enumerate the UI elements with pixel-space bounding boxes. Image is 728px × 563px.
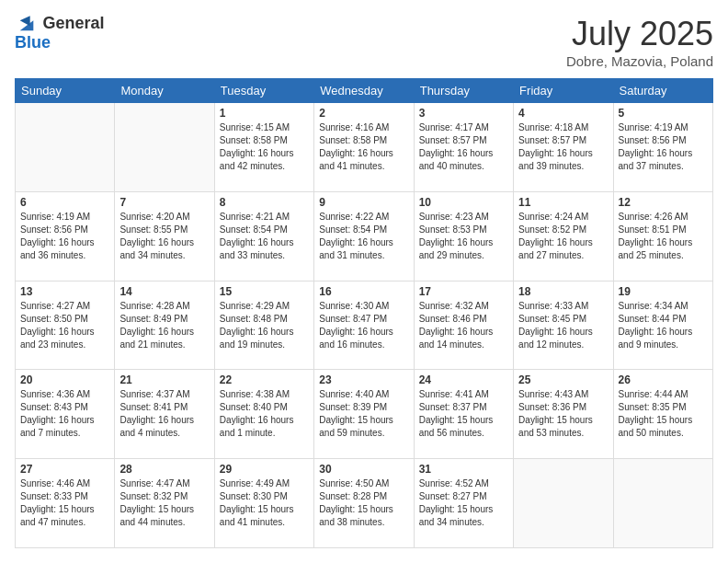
day-info: Sunrise: 4:24 AM Sunset: 8:52 PM Dayligh… [518,211,608,262]
day-number: 20 [20,373,109,386]
header: General Blue July 2025 Dobre, Mazovia, P… [15,15,713,69]
day-number: 16 [319,285,408,298]
day-info: Sunrise: 4:23 AM Sunset: 8:53 PM Dayligh… [419,211,508,262]
day-number: 25 [518,373,608,386]
calendar-cell: 24Sunrise: 4:41 AM Sunset: 8:37 PM Dayli… [414,370,513,459]
day-number: 13 [20,285,109,298]
calendar-cell: 4Sunrise: 4:18 AM Sunset: 8:57 PM Daylig… [514,103,613,192]
logo-blue: Blue [15,33,51,52]
day-number: 9 [319,196,408,209]
calendar-cell: 11Sunrise: 4:24 AM Sunset: 8:52 PM Dayli… [514,191,613,281]
day-info: Sunrise: 4:38 AM Sunset: 8:40 PM Dayligh… [220,388,309,440]
calendar-cell: 27Sunrise: 4:46 AM Sunset: 8:33 PM Dayli… [16,459,115,548]
calendar-cell: 22Sunrise: 4:38 AM Sunset: 8:40 PM Dayli… [214,370,313,459]
calendar-cell: 28Sunrise: 4:47 AM Sunset: 8:32 PM Dayli… [115,459,214,548]
day-info: Sunrise: 4:44 AM Sunset: 8:35 PM Dayligh… [619,388,708,440]
calendar-cell [613,459,712,548]
calendar-cell: 26Sunrise: 4:44 AM Sunset: 8:35 PM Dayli… [613,370,712,459]
weekday-header-monday: Monday [115,79,214,103]
calendar-cell [16,103,115,192]
calendar-cell: 10Sunrise: 4:23 AM Sunset: 8:53 PM Dayli… [414,191,513,281]
day-info: Sunrise: 4:27 AM Sunset: 8:50 PM Dayligh… [20,300,109,351]
calendar-cell: 18Sunrise: 4:33 AM Sunset: 8:45 PM Dayli… [514,281,613,370]
calendar-cell: 5Sunrise: 4:19 AM Sunset: 8:56 PM Daylig… [613,103,712,192]
day-info: Sunrise: 4:19 AM Sunset: 8:56 PM Dayligh… [20,211,109,262]
day-info: Sunrise: 4:19 AM Sunset: 8:56 PM Dayligh… [619,121,708,173]
calendar-cell: 30Sunrise: 4:50 AM Sunset: 8:28 PM Dayli… [314,459,414,548]
weekday-header-tuesday: Tuesday [214,79,313,103]
day-info: Sunrise: 4:20 AM Sunset: 8:55 PM Dayligh… [119,211,209,262]
calendar-cell: 9Sunrise: 4:22 AM Sunset: 8:54 PM Daylig… [314,191,414,281]
logo-icon [17,14,37,34]
day-info: Sunrise: 4:30 AM Sunset: 8:47 PM Dayligh… [319,300,408,351]
day-info: Sunrise: 4:18 AM Sunset: 8:57 PM Dayligh… [518,121,608,173]
weekday-header-wednesday: Wednesday [314,79,414,103]
calendar-cell: 15Sunrise: 4:29 AM Sunset: 8:48 PM Dayli… [214,281,313,370]
day-number: 24 [419,373,508,386]
day-number: 18 [518,285,608,298]
calendar-cell [115,103,214,192]
day-info: Sunrise: 4:43 AM Sunset: 8:36 PM Dayligh… [518,388,608,440]
logo: General Blue [15,15,105,52]
day-number: 27 [20,463,109,476]
calendar-cell: 8Sunrise: 4:21 AM Sunset: 8:54 PM Daylig… [214,191,313,281]
calendar-cell: 6Sunrise: 4:19 AM Sunset: 8:56 PM Daylig… [16,191,115,281]
day-info: Sunrise: 4:15 AM Sunset: 8:58 PM Dayligh… [220,121,309,173]
day-number: 2 [319,107,408,120]
location: Dobre, Mazovia, Poland [566,53,713,69]
calendar-cell: 19Sunrise: 4:34 AM Sunset: 8:44 PM Dayli… [613,281,712,370]
day-info: Sunrise: 4:28 AM Sunset: 8:49 PM Dayligh… [119,300,209,351]
weekday-header-sunday: Sunday [16,79,115,103]
day-number: 5 [619,107,708,120]
day-number: 29 [220,463,309,476]
day-info: Sunrise: 4:16 AM Sunset: 8:58 PM Dayligh… [319,121,408,173]
day-number: 8 [220,196,309,209]
day-info: Sunrise: 4:33 AM Sunset: 8:45 PM Dayligh… [518,300,608,351]
day-info: Sunrise: 4:21 AM Sunset: 8:54 PM Dayligh… [220,211,309,262]
day-info: Sunrise: 4:36 AM Sunset: 8:43 PM Dayligh… [20,388,109,440]
weekday-header-saturday: Saturday [613,79,712,103]
calendar-cell: 21Sunrise: 4:37 AM Sunset: 8:41 PM Dayli… [115,370,214,459]
day-number: 31 [419,463,508,476]
day-number: 17 [419,285,508,298]
calendar-cell: 20Sunrise: 4:36 AM Sunset: 8:43 PM Dayli… [16,370,115,459]
svg-marker-1 [20,16,30,26]
day-number: 15 [220,285,309,298]
day-info: Sunrise: 4:17 AM Sunset: 8:57 PM Dayligh… [419,121,508,173]
calendar-cell: 23Sunrise: 4:40 AM Sunset: 8:39 PM Dayli… [314,370,414,459]
day-number: 19 [619,285,708,298]
day-info: Sunrise: 4:37 AM Sunset: 8:41 PM Dayligh… [119,388,209,440]
day-info: Sunrise: 4:52 AM Sunset: 8:27 PM Dayligh… [419,477,508,529]
day-number: 3 [419,107,508,120]
calendar-cell: 1Sunrise: 4:15 AM Sunset: 8:58 PM Daylig… [214,103,313,192]
day-number: 22 [220,373,309,386]
day-number: 12 [619,196,708,209]
calendar-cell: 13Sunrise: 4:27 AM Sunset: 8:50 PM Dayli… [16,281,115,370]
day-info: Sunrise: 4:40 AM Sunset: 8:39 PM Dayligh… [319,388,408,440]
day-number: 21 [119,373,209,386]
calendar-cell: 12Sunrise: 4:26 AM Sunset: 8:51 PM Dayli… [613,191,712,281]
day-number: 4 [518,107,608,120]
calendar-cell: 2Sunrise: 4:16 AM Sunset: 8:58 PM Daylig… [314,103,414,192]
day-info: Sunrise: 4:26 AM Sunset: 8:51 PM Dayligh… [619,211,708,262]
day-number: 28 [119,463,209,476]
calendar-cell: 7Sunrise: 4:20 AM Sunset: 8:55 PM Daylig… [115,191,214,281]
calendar-cell: 25Sunrise: 4:43 AM Sunset: 8:36 PM Dayli… [514,370,613,459]
calendar-cell: 31Sunrise: 4:52 AM Sunset: 8:27 PM Dayli… [414,459,513,548]
day-info: Sunrise: 4:49 AM Sunset: 8:30 PM Dayligh… [220,477,309,529]
title-block: July 2025 Dobre, Mazovia, Poland [566,15,713,69]
calendar-cell: 29Sunrise: 4:49 AM Sunset: 8:30 PM Dayli… [214,459,313,548]
calendar-cell: 14Sunrise: 4:28 AM Sunset: 8:49 PM Dayli… [115,281,214,370]
day-number: 6 [20,196,109,209]
day-number: 11 [518,196,608,209]
day-number: 26 [619,373,708,386]
day-info: Sunrise: 4:32 AM Sunset: 8:46 PM Dayligh… [419,300,508,351]
day-number: 1 [220,107,309,120]
month-year: July 2025 [566,15,713,53]
day-number: 23 [319,373,408,386]
day-info: Sunrise: 4:47 AM Sunset: 8:32 PM Dayligh… [119,477,209,529]
calendar-cell [514,459,613,548]
day-info: Sunrise: 4:50 AM Sunset: 8:28 PM Dayligh… [319,477,408,529]
day-info: Sunrise: 4:41 AM Sunset: 8:37 PM Dayligh… [419,388,508,440]
calendar-cell: 16Sunrise: 4:30 AM Sunset: 8:47 PM Dayli… [314,281,414,370]
